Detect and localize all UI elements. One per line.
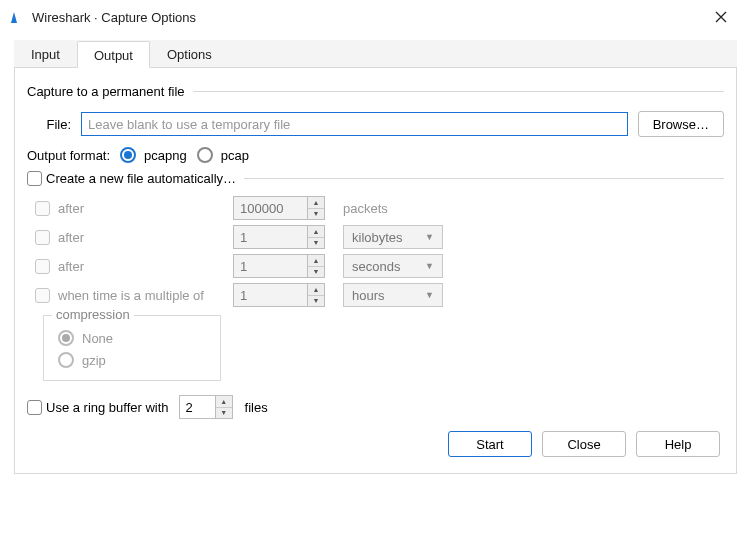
chevron-down-icon: ▼ — [425, 261, 434, 271]
radio-selected-icon — [120, 147, 136, 163]
titlebar: Wireshark · Capture Options — [0, 0, 751, 34]
newfile-row-packets: after ▲▼ packets — [35, 196, 724, 220]
ring-buffer-spinbox[interactable]: ▲▼ — [179, 395, 235, 419]
radio-pcapng[interactable]: pcapng — [120, 147, 187, 163]
newfile-auto-checkbox[interactable]: Create a new file automatically… — [27, 171, 236, 186]
radio-unselected-icon — [197, 147, 213, 163]
interval-spinbox[interactable]: ▲▼ — [233, 283, 333, 307]
checkbox-icon — [35, 201, 50, 216]
compression-none-radio[interactable]: None — [58, 330, 206, 346]
help-button[interactable]: Help — [636, 431, 720, 457]
arrow-up-icon: ▲ — [308, 197, 324, 208]
newfile-group-header: Create a new file automatically… — [27, 171, 724, 186]
compression-group-label: compression — [52, 307, 134, 322]
start-button[interactable]: Start — [448, 431, 532, 457]
arrow-down-icon: ▼ — [308, 237, 324, 249]
close-window-button[interactable] — [701, 9, 741, 26]
interval-unit-select[interactable]: hours ▼ — [343, 283, 443, 307]
arrow-up-icon: ▲ — [308, 284, 324, 295]
file-label: File: — [41, 117, 71, 132]
newfile-row-time: after ▲▼ seconds ▼ — [35, 254, 724, 278]
radio-selected-icon — [58, 330, 74, 346]
arrow-down-icon: ▼ — [308, 295, 324, 307]
compression-group: compression None gzip — [43, 315, 221, 381]
checkbox-icon — [35, 288, 50, 303]
packets-spinbox[interactable]: ▲▼ — [233, 196, 333, 220]
newfile-row-size: after ▲▼ kilobytes ▼ — [35, 225, 724, 249]
interval-checkbox[interactable]: when time is a multiple of — [58, 288, 204, 303]
ring-buffer-checkbox[interactable]: Use a ring buffer with — [27, 400, 169, 415]
radio-unselected-icon — [58, 352, 74, 368]
permanent-file-group-header: Capture to a permanent file — [27, 84, 724, 99]
time-spinbox[interactable]: ▲▼ — [233, 254, 333, 278]
after-size-checkbox[interactable]: after — [58, 230, 84, 245]
tab-bar: Input Output Options — [14, 40, 737, 68]
packets-unit-label: packets — [343, 201, 443, 216]
window-title: Wireshark · Capture Options — [32, 10, 701, 25]
wireshark-logo-icon — [10, 9, 26, 25]
arrow-down-icon: ▼ — [308, 208, 324, 220]
ring-buffer-unit-label: files — [245, 400, 268, 415]
file-path-input[interactable] — [81, 112, 628, 136]
size-unit-select[interactable]: kilobytes ▼ — [343, 225, 443, 249]
checkbox-icon — [27, 400, 42, 415]
newfile-row-interval: when time is a multiple of ▲▼ hours ▼ — [35, 283, 724, 307]
time-unit-select[interactable]: seconds ▼ — [343, 254, 443, 278]
output-format-label: Output format: — [27, 148, 110, 163]
arrow-up-icon: ▲ — [216, 396, 232, 407]
tab-input[interactable]: Input — [14, 40, 77, 67]
permanent-file-group-label: Capture to a permanent file — [27, 84, 185, 99]
checkbox-icon — [27, 171, 42, 186]
close-icon — [715, 11, 727, 23]
arrow-down-icon: ▼ — [308, 266, 324, 278]
output-panel: Capture to a permanent file File: Browse… — [14, 68, 737, 474]
after-time-checkbox[interactable]: after — [58, 259, 84, 274]
arrow-up-icon: ▲ — [308, 255, 324, 266]
checkbox-icon — [35, 259, 50, 274]
arrow-down-icon: ▼ — [216, 407, 232, 419]
size-spinbox[interactable]: ▲▼ — [233, 225, 333, 249]
arrow-up-icon: ▲ — [308, 226, 324, 237]
chevron-down-icon: ▼ — [425, 232, 434, 242]
tab-options[interactable]: Options — [150, 40, 229, 67]
dialog-footer: Start Close Help — [27, 419, 724, 461]
after-packets-checkbox[interactable]: after — [58, 201, 84, 216]
radio-pcap[interactable]: pcap — [197, 147, 249, 163]
browse-button[interactable]: Browse… — [638, 111, 724, 137]
checkbox-icon — [35, 230, 50, 245]
chevron-down-icon: ▼ — [425, 290, 434, 300]
close-button[interactable]: Close — [542, 431, 626, 457]
compression-gzip-radio[interactable]: gzip — [58, 352, 206, 368]
tab-output[interactable]: Output — [77, 41, 150, 68]
